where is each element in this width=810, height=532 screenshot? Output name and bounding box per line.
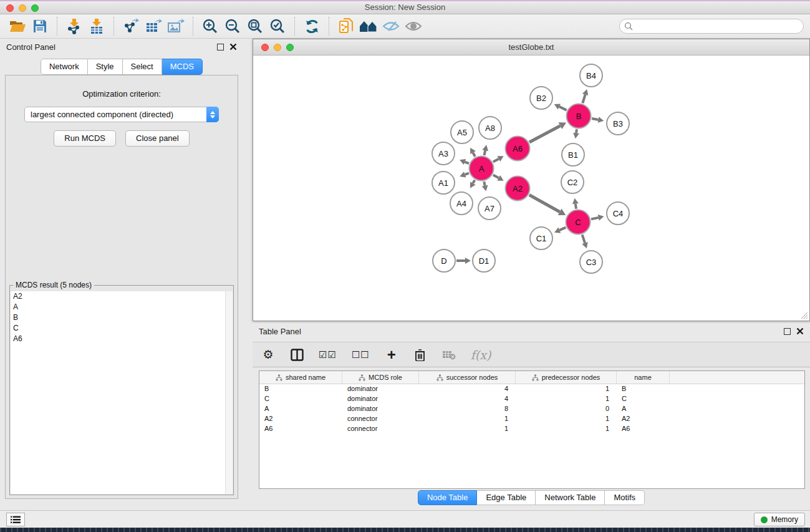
show-details-icon[interactable] bbox=[402, 16, 425, 36]
table-row[interactable]: A6connector11A6 bbox=[259, 424, 804, 434]
close-panel-icon[interactable] bbox=[229, 43, 237, 51]
criterion-dropdown-value: largest connected component (directed) bbox=[25, 110, 206, 119]
cell-successor-nodes: 1 bbox=[419, 414, 516, 424]
tab-mcds[interactable]: MCDS bbox=[162, 59, 203, 75]
zoom-out-icon[interactable] bbox=[221, 16, 244, 36]
column-selector-icon[interactable] bbox=[290, 349, 304, 361]
graph-node-B[interactable]: B bbox=[566, 104, 592, 129]
table-header-row: shared nameMCDS rolesuccessor nodesprede… bbox=[259, 371, 804, 384]
mcds-result-item[interactable]: C bbox=[11, 323, 233, 334]
mcds-result-item[interactable]: A2 bbox=[11, 291, 233, 302]
open-session-icon[interactable] bbox=[6, 16, 29, 36]
graph-node-C1[interactable]: C1 bbox=[529, 226, 553, 250]
zoom-window-button[interactable] bbox=[31, 4, 39, 12]
tab-style[interactable]: Style bbox=[88, 59, 123, 75]
network-window: testGlobe.txt AA1A2A3A4A5A6A7A8BB1B2B3B4… bbox=[253, 39, 810, 321]
close-panel-button[interactable]: Close panel bbox=[125, 130, 190, 147]
export-network-icon[interactable] bbox=[120, 16, 142, 36]
graph-node-C2[interactable]: C2 bbox=[561, 170, 584, 194]
column-header-shared-name[interactable]: shared name bbox=[259, 371, 342, 384]
close-window-button[interactable] bbox=[6, 4, 14, 12]
memory-button[interactable]: Memory bbox=[754, 513, 805, 526]
network-window-titlebar[interactable]: testGlobe.txt bbox=[253, 39, 809, 56]
column-header-name[interactable]: name bbox=[617, 371, 670, 384]
network-canvas[interactable]: AA1A2A3A4A5A6A7A8BB1B2B3B4CC1C2C3C4DD1 bbox=[253, 56, 809, 321]
search-icon bbox=[624, 22, 633, 31]
select-all-icon[interactable]: ☑☑ bbox=[319, 349, 337, 360]
delete-column-trash-icon[interactable] bbox=[413, 349, 427, 361]
import-table-icon[interactable] bbox=[85, 16, 108, 36]
tab-select[interactable]: Select bbox=[123, 59, 162, 75]
table-tab-node-table[interactable]: Node Table bbox=[418, 490, 478, 505]
add-column-icon[interactable]: + bbox=[385, 346, 398, 364]
graph-node-A6[interactable]: A6 bbox=[505, 136, 531, 162]
home-layout-icon[interactable] bbox=[357, 16, 380, 36]
mcds-result-item[interactable]: B bbox=[11, 312, 233, 323]
graph-node-A[interactable]: A bbox=[469, 156, 494, 181]
save-session-icon[interactable] bbox=[29, 16, 51, 36]
table-tab-network-table[interactable]: Network Table bbox=[536, 490, 605, 505]
table-settings-gear-icon[interactable]: ⚙ bbox=[261, 347, 275, 362]
float-panel-icon[interactable] bbox=[217, 44, 224, 51]
graph-node-A7[interactable]: A7 bbox=[478, 196, 501, 220]
refresh-icon[interactable] bbox=[301, 16, 323, 36]
result-scrollbar[interactable] bbox=[225, 291, 233, 494]
graph-node-A5[interactable]: A5 bbox=[450, 120, 474, 144]
graph-node-A1[interactable]: A1 bbox=[432, 171, 455, 195]
mcds-result-item[interactable]: A bbox=[11, 302, 233, 312]
column-header-predecessor-nodes[interactable]: predecessor nodes bbox=[516, 371, 617, 384]
zoom-in-icon[interactable] bbox=[199, 16, 221, 36]
table-close-panel-icon[interactable] bbox=[796, 327, 804, 335]
mcds-result-list[interactable]: A2ABCA6 bbox=[11, 291, 233, 494]
graph-node-B4[interactable]: B4 bbox=[579, 64, 603, 87]
node-table[interactable]: shared nameMCDS rolesuccessor nodesprede… bbox=[259, 370, 805, 489]
minimize-window-button[interactable] bbox=[19, 4, 26, 12]
control-panel-title: Control Panel bbox=[6, 42, 55, 52]
run-mcds-button[interactable]: Run MCDS bbox=[54, 130, 116, 147]
graph-node-C[interactable]: C bbox=[566, 210, 591, 235]
mcds-result-title: MCDS result (5 nodes) bbox=[13, 281, 94, 289]
table-tab-motifs[interactable]: Motifs bbox=[605, 490, 645, 505]
graph-node-B2[interactable]: B2 bbox=[529, 86, 553, 110]
graph-node-A3[interactable]: A3 bbox=[432, 142, 455, 165]
graph-node-A2[interactable]: A2 bbox=[505, 176, 531, 201]
main-toolbar bbox=[0, 14, 810, 39]
graph-node-C3[interactable]: C3 bbox=[579, 250, 603, 274]
mcds-result-item[interactable]: A6 bbox=[11, 334, 233, 344]
graph-node-B1[interactable]: B1 bbox=[561, 143, 585, 167]
graph-node-D[interactable]: D bbox=[432, 249, 456, 273]
graph-node-D1[interactable]: D1 bbox=[472, 249, 496, 273]
deselect-all-icon[interactable]: ☐☐ bbox=[352, 349, 370, 360]
cell-shared-name: B bbox=[259, 384, 342, 394]
criterion-dropdown[interactable]: largest connected component (directed) bbox=[24, 107, 219, 122]
graph-node-A8[interactable]: A8 bbox=[478, 116, 502, 140]
cell-name: B bbox=[617, 384, 670, 394]
search-field[interactable] bbox=[619, 19, 804, 34]
resize-grip-icon[interactable] bbox=[801, 312, 808, 319]
graph-node-A4[interactable]: A4 bbox=[450, 191, 473, 215]
network-close-button[interactable] bbox=[261, 44, 269, 51]
zoom-selected-icon[interactable] bbox=[266, 16, 289, 36]
network-zoom-button[interactable] bbox=[286, 44, 294, 51]
graph-node-B3[interactable]: B3 bbox=[606, 112, 630, 135]
import-network-icon[interactable] bbox=[63, 16, 85, 36]
cell-successor-nodes: 4 bbox=[419, 394, 516, 404]
table-row[interactable]: Bdominator41B bbox=[259, 384, 804, 394]
column-header-mcds-role[interactable]: MCDS role bbox=[342, 371, 419, 384]
task-history-button[interactable] bbox=[6, 513, 25, 526]
table-row[interactable]: Cdominator41C bbox=[259, 394, 804, 404]
graph-node-C4[interactable]: C4 bbox=[606, 201, 630, 225]
table-float-panel-icon[interactable] bbox=[784, 328, 791, 335]
network-minimize-button[interactable] bbox=[274, 44, 281, 51]
table-tab-edge-table[interactable]: Edge Table bbox=[477, 490, 536, 505]
search-input[interactable] bbox=[633, 20, 799, 32]
clone-network-icon[interactable] bbox=[335, 16, 357, 36]
tab-network[interactable]: Network bbox=[41, 59, 88, 75]
zoom-fit-icon[interactable] bbox=[244, 16, 266, 36]
table-row[interactable]: A2connector11A2 bbox=[259, 414, 804, 424]
export-image-icon[interactable] bbox=[165, 16, 187, 36]
table-row[interactable]: Adominator80A bbox=[259, 404, 804, 414]
export-table-icon[interactable] bbox=[142, 16, 165, 36]
hide-details-icon[interactable] bbox=[380, 16, 402, 36]
column-header-successor-nodes[interactable]: successor nodes bbox=[419, 371, 516, 384]
